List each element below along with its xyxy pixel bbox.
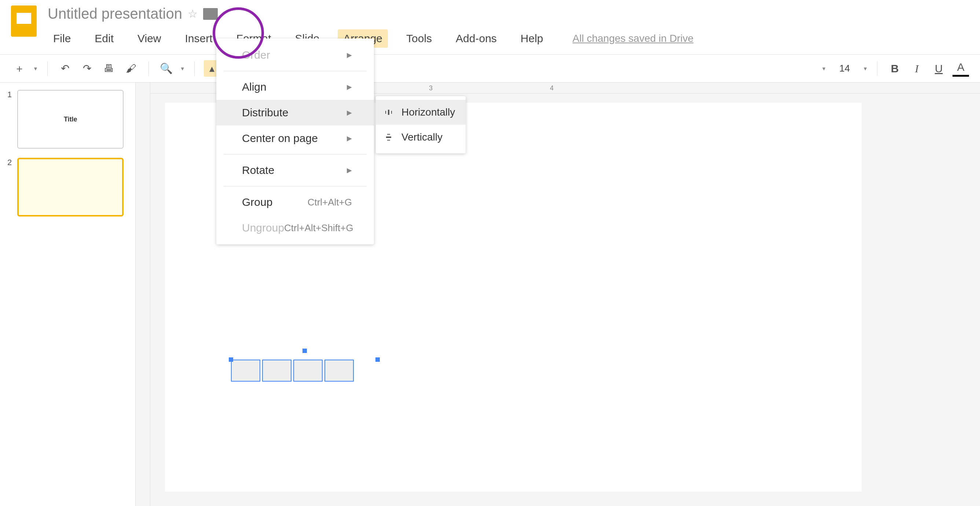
svg-rect-0 (385, 111, 386, 114)
font-size-value[interactable]: 14 (832, 63, 857, 74)
zoom-button[interactable]: 🔍 (158, 60, 175, 77)
arrange-rotate[interactable]: Rotate ▶ (216, 157, 374, 183)
arrange-menu: Order ▶ Align ▶ Distribute ▶ Center on p… (216, 38, 374, 244)
font-size-dropdown-icon[interactable]: ▼ (863, 66, 868, 72)
star-icon[interactable]: ☆ (188, 7, 197, 20)
undo-button[interactable]: ↶ (57, 60, 73, 77)
menu-insert[interactable]: Insert (180, 29, 218, 48)
submenu-arrow-icon: ▶ (347, 83, 352, 91)
menu-file[interactable]: File (48, 29, 76, 48)
toolbar: ＋ ▼ ↶ ↷ 🖶 🖌 🔍 ▼ ▴ ▢ 🖼 ▼ ▼ 14 ▼ B I U A (0, 54, 980, 83)
header: Untitled presentation ☆ File Edit View I… (0, 0, 980, 48)
distribute-horizontal-icon (383, 107, 394, 118)
italic-button[interactable]: I (908, 60, 925, 77)
folder-icon[interactable] (203, 8, 218, 20)
slides-logo-icon (11, 5, 37, 37)
svg-rect-2 (391, 111, 392, 114)
save-status[interactable]: All changes saved in Drive (573, 33, 694, 45)
menu-help[interactable]: Help (515, 29, 549, 48)
arrange-group[interactable]: Group Ctrl+Alt+G (216, 189, 374, 215)
menu-view[interactable]: View (132, 29, 167, 48)
submenu-arrow-icon: ▶ (347, 134, 352, 142)
arrange-order[interactable]: Order ▶ (216, 42, 374, 68)
print-button[interactable]: 🖶 (101, 60, 117, 77)
menu-tools[interactable]: Tools (401, 29, 438, 48)
redo-button[interactable]: ↷ (79, 60, 95, 77)
slide-thumbnail-2[interactable]: 2 (7, 158, 128, 217)
menu-addons[interactable]: Add-ons (450, 29, 502, 48)
document-title[interactable]: Untitled presentation (48, 5, 182, 22)
distribute-vertical-icon (383, 132, 394, 143)
new-slide-dropdown-icon[interactable]: ▼ (33, 66, 38, 72)
submenu-arrow-icon: ▶ (347, 51, 352, 59)
slide-panel: 1 Title 2 (0, 83, 136, 506)
submenu-arrow-icon: ▶ (347, 109, 352, 117)
menubar: File Edit View Insert Format Slide Arran… (48, 29, 969, 48)
main-area: 1 Title 2 3 4 (0, 83, 980, 506)
arrange-align[interactable]: Align ▶ (216, 74, 374, 100)
svg-rect-1 (388, 110, 389, 115)
submenu-arrow-icon: ▶ (347, 166, 352, 174)
menu-edit[interactable]: Edit (89, 29, 119, 48)
arrange-ungroup[interactable]: Ungroup Ctrl+Alt+Shift+G (216, 215, 374, 241)
new-slide-button[interactable]: ＋ (11, 60, 27, 77)
slide-thumbnail-1[interactable]: 1 Title (7, 90, 128, 148)
svg-rect-4 (386, 137, 391, 138)
underline-button[interactable]: U (931, 60, 947, 77)
vertical-ruler (136, 83, 150, 506)
distribute-horizontally[interactable]: Horizontally (376, 100, 466, 125)
text-color-button[interactable]: A (953, 60, 969, 77)
svg-rect-3 (387, 134, 390, 135)
zoom-dropdown-icon[interactable]: ▼ (180, 66, 185, 72)
paint-format-button[interactable]: 🖌 (123, 60, 139, 77)
selected-shapes[interactable] (231, 359, 378, 393)
distribute-vertically[interactable]: Vertically (376, 125, 466, 150)
arrange-distribute[interactable]: Distribute ▶ (216, 100, 374, 126)
arrange-center-on-page[interactable]: Center on page ▶ (216, 126, 374, 151)
bold-button[interactable]: B (886, 60, 903, 77)
distribute-submenu: Horizontally Vertically (376, 96, 466, 153)
font-dropdown-icon[interactable]: ▼ (821, 66, 826, 72)
svg-rect-5 (387, 140, 390, 140)
